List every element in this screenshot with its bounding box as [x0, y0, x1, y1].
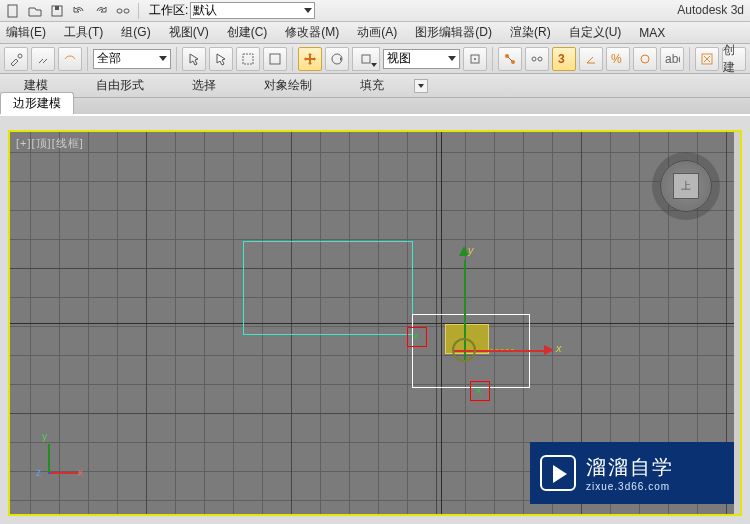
- manipulate-icon[interactable]: [498, 47, 522, 71]
- menu-edit[interactable]: 编辑(E): [6, 24, 46, 41]
- svg-text:%: %: [611, 52, 622, 66]
- tab-populate[interactable]: 填充: [336, 73, 408, 98]
- undo-icon[interactable]: [70, 2, 88, 20]
- workspace-combo[interactable]: 默认: [190, 2, 315, 19]
- save-icon[interactable]: [48, 2, 66, 20]
- gizmo-x-label: x: [556, 342, 562, 354]
- svg-rect-7: [270, 54, 280, 64]
- scale-tool-icon[interactable]: [352, 47, 380, 71]
- select-region-icon[interactable]: [236, 47, 260, 71]
- named-sets-icon[interactable]: [695, 47, 719, 71]
- gizmo-x-arrow: [544, 345, 554, 355]
- app-title: Autodesk 3d: [677, 3, 744, 17]
- percent-snap-icon[interactable]: %: [606, 47, 630, 71]
- svg-rect-9: [362, 55, 370, 63]
- menu-animation[interactable]: 动画(A): [357, 24, 397, 41]
- tripod-y-axis: [48, 444, 50, 474]
- tripod-z-label: z: [36, 467, 41, 478]
- spinner-snap-icon[interactable]: [633, 47, 657, 71]
- select-link-icon[interactable]: [4, 47, 28, 71]
- menu-view[interactable]: 视图(V): [169, 24, 209, 41]
- menu-tools[interactable]: 工具(T): [64, 24, 103, 41]
- viewcube[interactable]: 上: [660, 160, 712, 212]
- watermark-sub: zixue.3d66.com: [586, 481, 674, 492]
- svg-point-11: [474, 58, 476, 60]
- tab-selection[interactable]: 选择: [168, 73, 240, 98]
- tab-object-paint[interactable]: 对象绘制: [240, 73, 336, 98]
- window-crossing-icon[interactable]: [263, 47, 287, 71]
- viewport-label[interactable]: [+][顶][线框]: [16, 136, 84, 151]
- reference-combo[interactable]: 视图: [383, 49, 461, 69]
- tripod-z-axis: [48, 472, 50, 474]
- watermark: 溜溜自学 zixue.3d66.com: [530, 442, 740, 504]
- create-set-label: 创建: [723, 42, 745, 76]
- menu-create[interactable]: 创建(C): [227, 24, 268, 41]
- gizmo-screen-circle[interactable]: [452, 338, 476, 362]
- svg-rect-4: [124, 9, 129, 13]
- filter-value: 全部: [97, 50, 121, 67]
- separator: [138, 3, 139, 19]
- ribbon-tabs: 建模 自由形式 选择 对象绘制 填充: [0, 74, 750, 98]
- play-icon: [540, 455, 576, 491]
- separator: [689, 47, 690, 71]
- scene-rectangle[interactable]: [243, 241, 413, 335]
- separator: [292, 47, 293, 71]
- open-icon[interactable]: [26, 2, 44, 20]
- transform-gizmo[interactable]: y x: [454, 250, 554, 360]
- menu-group[interactable]: 组(G): [121, 24, 150, 41]
- rotate-tool-icon[interactable]: [325, 47, 349, 71]
- svg-rect-3: [117, 9, 122, 13]
- workspace-value: 默认: [193, 2, 217, 19]
- menu-customize[interactable]: 自定义(U): [569, 24, 622, 41]
- tripod-x-axis: [48, 472, 78, 474]
- tab-freeform[interactable]: 自由形式: [72, 73, 168, 98]
- svg-point-16: [538, 57, 542, 61]
- menu-maxscript[interactable]: MAX: [639, 26, 665, 40]
- watermark-text: 溜溜自学 zixue.3d66.com: [586, 454, 674, 492]
- svg-point-19: [641, 55, 649, 63]
- vertex-marker[interactable]: ×: [407, 327, 427, 347]
- gizmo-y-label: y: [468, 244, 474, 256]
- world-axis-tripod: y x z: [34, 430, 82, 478]
- angle-snap-icon[interactable]: [579, 47, 603, 71]
- svg-point-15: [532, 57, 536, 61]
- separator: [492, 47, 493, 71]
- svg-rect-0: [8, 5, 17, 17]
- selection-lock-icon[interactable]: abc: [660, 47, 684, 71]
- workspace-label: 工作区:: [149, 2, 188, 19]
- chevron-down-icon: [448, 56, 456, 61]
- gizmo-plane[interactable]: [464, 270, 514, 350]
- menu-graph[interactable]: 图形编辑器(D): [415, 24, 492, 41]
- keyboard-icon[interactable]: [525, 47, 549, 71]
- svg-text:3: 3: [558, 52, 565, 66]
- svg-rect-2: [55, 6, 59, 10]
- chevron-down-icon: [304, 8, 312, 13]
- watermark-title: 溜溜自学: [586, 454, 674, 481]
- quick-access-toolbar: 工作区: 默认 Autodesk 3d: [0, 0, 750, 22]
- create-set-icon[interactable]: 创建: [722, 47, 746, 71]
- tripod-x-label: x: [78, 467, 83, 478]
- menu-modifier[interactable]: 修改器(M): [285, 24, 339, 41]
- bind-icon[interactable]: [58, 47, 82, 71]
- menu-render[interactable]: 渲染(R): [510, 24, 551, 41]
- ribbon-dropdown-icon[interactable]: [414, 79, 428, 93]
- subtab-poly-modeling[interactable]: 边形建模: [0, 92, 74, 114]
- redo-icon[interactable]: [92, 2, 110, 20]
- svg-text:abc: abc: [665, 52, 680, 66]
- separator: [87, 47, 88, 71]
- filter-combo[interactable]: 全部: [93, 49, 171, 69]
- select-name-icon[interactable]: [209, 47, 233, 71]
- menu-bar: 编辑(E) 工具(T) 组(G) 视图(V) 创建(C) 修改器(M) 动画(A…: [0, 22, 750, 44]
- snap-toggle-icon[interactable]: 3: [552, 47, 576, 71]
- unlink-icon[interactable]: [31, 47, 55, 71]
- workspace-selector[interactable]: 工作区: 默认: [145, 2, 315, 19]
- move-tool-icon[interactable]: [298, 47, 322, 71]
- viewcube-face[interactable]: 上: [673, 173, 699, 199]
- viewport: [+][顶][线框] y x × × 上 y x z 溜溜自学 zixue.3d…: [8, 130, 742, 516]
- link-icon[interactable]: [114, 2, 132, 20]
- select-object-icon[interactable]: [182, 47, 206, 71]
- coord-center-icon[interactable]: [463, 47, 487, 71]
- new-icon[interactable]: [4, 2, 22, 20]
- vertex-marker[interactable]: ×: [470, 381, 490, 401]
- svg-point-5: [18, 54, 22, 58]
